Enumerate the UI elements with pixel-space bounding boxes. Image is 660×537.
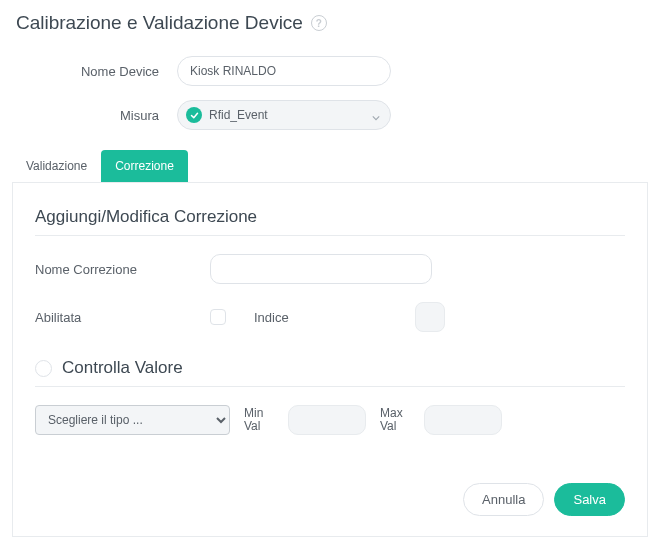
page-title-text: Calibrazione e Validazione Device	[16, 12, 303, 34]
check-value-checkbox[interactable]	[35, 360, 52, 377]
max-label: Max Val	[380, 407, 410, 433]
row-correction-name: Nome Correzione	[35, 254, 625, 284]
divider	[35, 235, 625, 236]
chevron-down-icon	[372, 111, 380, 119]
check-value-title: Controlla Valore	[62, 358, 183, 378]
tab-correction[interactable]: Correzione	[101, 150, 188, 182]
correction-name-input[interactable]	[210, 254, 432, 284]
measure-value: Rfid_Event	[209, 108, 268, 122]
page-title: Calibrazione e Validazione Device ?	[12, 12, 648, 34]
type-select[interactable]: Scegliere il tipo ...	[35, 405, 230, 435]
max-val-input[interactable]	[424, 405, 502, 435]
section-title-correction: Aggiungi/Modifica Correzione	[35, 207, 625, 227]
save-button[interactable]: Salva	[554, 483, 625, 516]
help-icon[interactable]: ?	[311, 15, 327, 31]
divider-2	[35, 386, 625, 387]
device-name-input[interactable]	[177, 56, 391, 86]
row-enabled: Abilitata Indice	[35, 302, 625, 332]
row-value-controls: Scegliere il tipo ... Min Val Max Val	[35, 405, 625, 435]
cancel-button[interactable]: Annulla	[463, 483, 544, 516]
min-label: Min Val	[244, 407, 274, 433]
index-label: Indice	[254, 310, 289, 325]
tab-validation[interactable]: Validazione	[12, 150, 101, 182]
tabs: Validazione Correzione	[12, 150, 648, 183]
enabled-checkbox[interactable]	[210, 309, 226, 325]
check-icon	[186, 107, 202, 123]
correction-panel: Aggiungi/Modifica Correzione Nome Correz…	[12, 183, 648, 537]
row-device: Nome Device	[12, 56, 648, 86]
row-measure: Misura Rfid_Event	[12, 100, 648, 130]
measure-label: Misura	[12, 108, 177, 123]
measure-select[interactable]: Rfid_Event	[177, 100, 391, 130]
index-input[interactable]	[415, 302, 445, 332]
check-value-head: Controlla Valore	[35, 358, 625, 378]
enabled-label: Abilitata	[35, 310, 210, 325]
min-val-input[interactable]	[288, 405, 366, 435]
device-label: Nome Device	[12, 64, 177, 79]
footer-actions: Annulla Salva	[35, 483, 625, 516]
correction-name-label: Nome Correzione	[35, 262, 210, 277]
